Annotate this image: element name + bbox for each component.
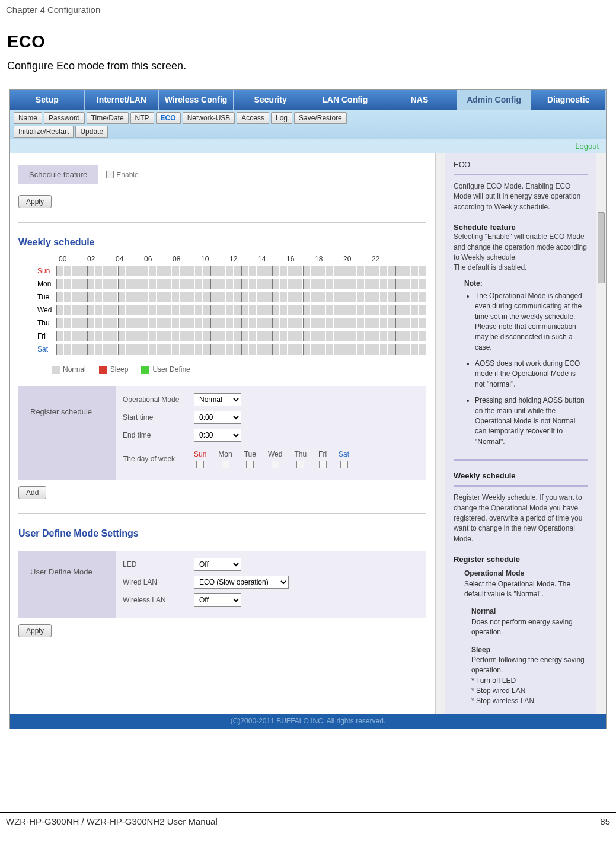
schedule-cell[interactable] xyxy=(72,305,79,315)
schedule-cell[interactable] xyxy=(95,305,102,315)
schedule-cell[interactable] xyxy=(318,292,325,302)
schedule-cell[interactable] xyxy=(172,318,179,328)
subtab-access[interactable]: Access xyxy=(237,112,269,124)
schedule-cell[interactable] xyxy=(133,344,141,355)
schedule-cell[interactable] xyxy=(87,344,94,355)
wireless-lan-select[interactable]: Off xyxy=(194,593,241,607)
schedule-cell[interactable] xyxy=(295,344,302,355)
schedule-cell[interactable] xyxy=(103,292,110,302)
schedule-cell[interactable] xyxy=(203,318,210,328)
schedule-cell[interactable] xyxy=(419,292,426,302)
schedule-cell[interactable] xyxy=(141,292,148,302)
schedule-cell[interactable] xyxy=(203,305,210,315)
schedule-cell[interactable] xyxy=(365,266,372,276)
schedule-cell[interactable] xyxy=(187,305,194,315)
schedule-cell[interactable] xyxy=(411,266,418,276)
schedule-cell[interactable] xyxy=(365,279,372,289)
schedule-cell[interactable] xyxy=(157,266,164,276)
schedule-cell[interactable] xyxy=(403,305,410,315)
schedule-cell[interactable] xyxy=(349,279,356,289)
schedule-cell[interactable] xyxy=(388,331,395,341)
schedule-cell[interactable] xyxy=(234,279,241,289)
schedule-cell[interactable] xyxy=(172,292,179,302)
schedule-cell[interactable] xyxy=(103,331,110,341)
schedule-cell[interactable] xyxy=(218,266,225,276)
schedule-cell[interactable] xyxy=(56,279,63,289)
schedule-cell[interactable] xyxy=(280,266,287,276)
schedule-cell[interactable] xyxy=(149,318,156,328)
schedule-cell[interactable] xyxy=(195,292,202,302)
schedule-cell[interactable] xyxy=(295,305,302,315)
schedule-cell[interactable] xyxy=(395,318,403,328)
schedule-cell[interactable] xyxy=(334,344,341,355)
schedule-cell[interactable] xyxy=(249,318,256,328)
schedule-cell[interactable] xyxy=(234,344,241,355)
schedule-cell[interactable] xyxy=(341,318,349,328)
schedule-cell[interactable] xyxy=(288,318,295,328)
schedule-cell[interactable] xyxy=(303,292,310,302)
schedule-cell[interactable] xyxy=(141,318,148,328)
schedule-cell[interactable] xyxy=(241,305,248,315)
schedule-cell[interactable] xyxy=(56,331,63,341)
schedule-cell[interactable] xyxy=(241,331,248,341)
tab-wireless-config[interactable]: Wireless Config xyxy=(159,90,234,110)
schedule-cell[interactable] xyxy=(157,292,164,302)
schedule-cell[interactable] xyxy=(326,279,333,289)
schedule-cell[interactable] xyxy=(72,318,79,328)
schedule-cell[interactable] xyxy=(172,266,179,276)
schedule-cell[interactable] xyxy=(280,344,287,355)
schedule-cell[interactable] xyxy=(318,279,325,289)
schedule-cell[interactable] xyxy=(326,292,333,302)
dow-checkbox[interactable] xyxy=(340,461,348,468)
schedule-cell[interactable] xyxy=(272,266,279,276)
schedule-cell[interactable] xyxy=(280,292,287,302)
schedule-cell[interactable] xyxy=(218,318,225,328)
schedule-cell[interactable] xyxy=(388,279,395,289)
schedule-cell[interactable] xyxy=(411,331,418,341)
schedule-cell[interactable] xyxy=(64,292,71,302)
schedule-cell[interactable] xyxy=(141,331,148,341)
right-scrollbar[interactable] xyxy=(596,153,606,714)
schedule-cell[interactable] xyxy=(72,344,79,355)
schedule-cell[interactable] xyxy=(380,318,387,328)
schedule-cell[interactable] xyxy=(419,318,426,328)
schedule-cell[interactable] xyxy=(141,279,148,289)
schedule-cell[interactable] xyxy=(195,318,202,328)
scrollbar-thumb[interactable] xyxy=(598,212,605,283)
schedule-cell[interactable] xyxy=(295,292,302,302)
schedule-cell[interactable] xyxy=(395,344,403,355)
left-scrollbar[interactable] xyxy=(435,153,445,714)
schedule-cell[interactable] xyxy=(195,344,202,355)
schedule-cell[interactable] xyxy=(249,344,256,355)
schedule-cell[interactable] xyxy=(210,305,218,315)
schedule-cell[interactable] xyxy=(357,292,364,302)
schedule-cell[interactable] xyxy=(180,292,187,302)
schedule-cell[interactable] xyxy=(203,331,210,341)
schedule-cell[interactable] xyxy=(103,279,110,289)
schedule-cell[interactable] xyxy=(311,292,318,302)
schedule-cell[interactable] xyxy=(241,266,248,276)
schedule-cell[interactable] xyxy=(149,305,156,315)
schedule-cell[interactable] xyxy=(257,292,264,302)
schedule-cell[interactable] xyxy=(380,279,387,289)
schedule-cell[interactable] xyxy=(187,279,194,289)
schedule-cell[interactable] xyxy=(210,266,218,276)
schedule-cell[interactable] xyxy=(203,279,210,289)
schedule-cell[interactable] xyxy=(419,305,426,315)
enable-checkbox[interactable] xyxy=(106,171,114,178)
schedule-cell[interactable] xyxy=(264,331,272,341)
schedule-cell[interactable] xyxy=(164,305,171,315)
schedule-cell[interactable] xyxy=(64,318,71,328)
schedule-cell[interactable] xyxy=(349,305,356,315)
schedule-cell[interactable] xyxy=(180,331,187,341)
schedule-cell[interactable] xyxy=(195,266,202,276)
subtab-network-usb[interactable]: Network-USB xyxy=(183,112,235,124)
schedule-cell[interactable] xyxy=(334,331,341,341)
led-select[interactable]: Off xyxy=(194,558,241,571)
schedule-cell[interactable] xyxy=(318,266,325,276)
schedule-cell[interactable] xyxy=(272,344,279,355)
wired-lan-select[interactable]: ECO (Slow operation) xyxy=(194,576,289,589)
schedule-cell[interactable] xyxy=(133,331,141,341)
schedule-cell[interactable] xyxy=(411,318,418,328)
schedule-cell[interactable] xyxy=(334,292,341,302)
